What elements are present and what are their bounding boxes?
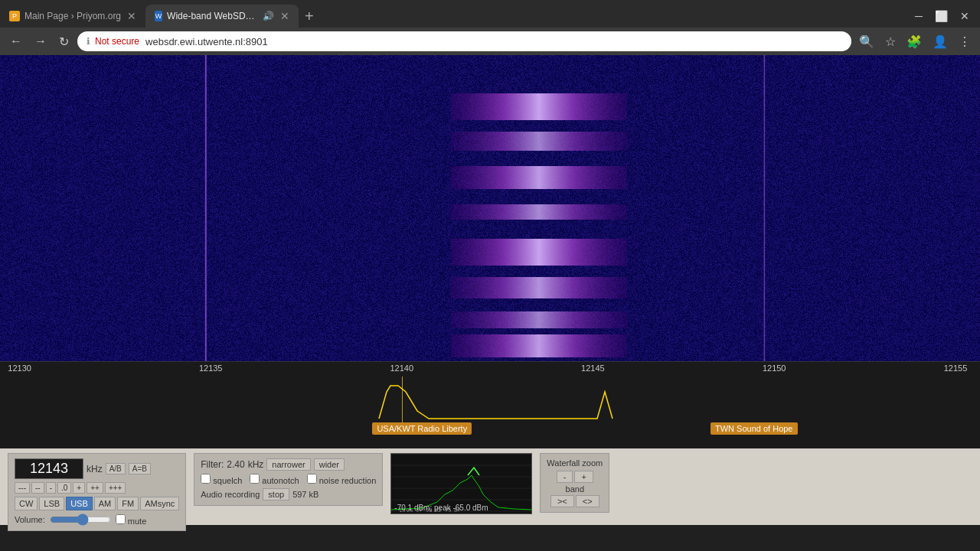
tab-2-title: Wide-band WebSDR in Ensc…: [167, 11, 258, 21]
volume-label: Volume:: [15, 515, 45, 524]
tab-controls: ─ ⬜ ✕: [910, 8, 980, 24]
spectrum-display[interactable]: -70.1 dBm; peak -65.0 dBm: [390, 453, 532, 514]
signal-label-radio-liberty: USA/KWT Radio Liberty: [372, 422, 472, 435]
mode-am[interactable]: AM: [94, 497, 116, 510]
wider-button[interactable]: wider: [314, 458, 345, 471]
forward-button[interactable]: →: [31, 33, 51, 50]
new-tab-button[interactable]: +: [299, 8, 320, 25]
ab-button[interactable]: A/B: [106, 463, 126, 474]
main-area: 12130 12135 12140 12145 12150 12155 USA/…: [0, 55, 980, 551]
close-button[interactable]: ✕: [956, 8, 974, 24]
freq-label-12135: 12135: [199, 364, 223, 373]
tab-2-close[interactable]: ✕: [280, 10, 289, 22]
freq-zero[interactable]: .0: [57, 482, 71, 494]
options-row: squelch autonotch noise reduction: [201, 474, 376, 485]
zoom-nav-buttons: >< <>: [547, 495, 603, 507]
profile-button[interactable]: 👤: [929, 33, 951, 51]
freq-label-12140: 12140: [390, 364, 414, 373]
freq-label-12150: 12150: [763, 364, 786, 373]
frequency-unit: kHz: [87, 464, 103, 474]
recording-label: Audio recording: [201, 490, 260, 499]
spectrum-info: -70.1 dBm; peak -65.0 dBm: [394, 504, 488, 512]
reload-button[interactable]: ↻: [55, 33, 73, 51]
recording-row: Audio recording stop 597 kB: [201, 488, 376, 500]
waterfall-zoom-section: Waterfall zoom - + band >< <>: [540, 453, 609, 513]
filter-value: 2.40: [227, 459, 244, 470]
frequency-input[interactable]: [15, 458, 83, 479]
restore-button[interactable]: ⬜: [930, 8, 952, 24]
autonotch-checkbox[interactable]: [250, 474, 260, 484]
noise-reduction-label: noise reduction: [307, 474, 377, 485]
tab-bar: P Main Page › Priyom.org ✕ W Wide-band W…: [0, 0, 980, 28]
filter-section: Filter: 2.40 kHz narrower wider squelch …: [194, 453, 383, 506]
filter-unit: kHz: [248, 459, 264, 470]
stop-button[interactable]: stop: [263, 488, 289, 500]
mute-checkbox[interactable]: [116, 514, 126, 524]
freq-inc-small[interactable]: +: [73, 482, 85, 494]
mute-label: mute: [116, 514, 147, 526]
zoom-buttons: - +: [547, 471, 603, 483]
signal-overlay: [0, 377, 980, 422]
frequency-display: kHz A/B A=B: [15, 458, 179, 479]
tab-1-title: Main Page › Priyom.org: [24, 11, 121, 21]
volume-slider[interactable]: [50, 514, 111, 526]
search-button[interactable]: 🔍: [856, 33, 877, 51]
security-icon: ℹ: [87, 36, 90, 47]
squelch-checkbox[interactable]: [201, 474, 211, 484]
mode-cw[interactable]: CW: [15, 497, 38, 510]
tab-1-close[interactable]: ✕: [127, 10, 136, 22]
filter-label: Filter:: [201, 459, 224, 470]
mode-buttons: CW LSB USB AM FM AMsync: [15, 497, 179, 510]
filter-curve: [0, 377, 980, 422]
tab-2-favicon: W: [155, 11, 162, 21]
controls-bar: kHz A/B A=B --- -- - .0 + ++ +++ CW LSB …: [0, 448, 980, 525]
filter-row: Filter: 2.40 kHz narrower wider: [201, 458, 376, 471]
freq-dec-large[interactable]: ---: [15, 482, 30, 494]
tab-2-mute-icon[interactable]: 🔊: [263, 11, 274, 21]
waterfall-area[interactable]: [0, 55, 980, 361]
freq-inc-med[interactable]: ++: [87, 482, 103, 494]
back-button[interactable]: ←: [6, 33, 26, 50]
narrower-button[interactable]: narrower: [266, 458, 310, 471]
squelch-label: squelch: [201, 474, 242, 485]
tab-1[interactable]: P Main Page › Priyom.org ✕: [0, 5, 145, 28]
freq-label-12130: 12130: [8, 364, 31, 373]
mode-fm[interactable]: FM: [117, 497, 139, 510]
zoom-band-label: band: [547, 484, 603, 494]
menu-button[interactable]: ⋮: [956, 33, 974, 51]
zoom-minus-button[interactable]: -: [557, 471, 573, 483]
frequency-cursor: [402, 377, 403, 422]
volume-row: Volume: mute: [15, 514, 179, 526]
waterfall-zoom-title: Waterfall zoom: [547, 458, 603, 468]
zoom-plus-button[interactable]: +: [574, 471, 593, 483]
signal-labels-area: USA/KWT Radio Liberty TWN Sound of Hope: [0, 422, 980, 448]
security-label: Not secure: [95, 36, 139, 47]
address-bar[interactable]: ℹ Not secure websdr.ewi.utwente.nl:8901: [77, 31, 851, 51]
noise-reduction-checkbox[interactable]: [307, 474, 317, 484]
freq-dec-med[interactable]: --: [31, 482, 44, 494]
frequency-section: kHz A/B A=B --- -- - .0 + ++ +++ CW LSB …: [8, 453, 186, 531]
nav-bar: ← → ↻ ℹ Not secure websdr.ewi.utwente.nl…: [0, 28, 980, 55]
mode-usb[interactable]: USB: [66, 497, 93, 510]
mode-lsb[interactable]: LSB: [39, 497, 64, 510]
minimize-button[interactable]: ─: [910, 8, 927, 24]
zoom-right-button[interactable]: <>: [576, 495, 599, 507]
freq-label-12145: 12145: [581, 364, 605, 373]
waterfall-canvas[interactable]: [0, 55, 980, 361]
tab-1-favicon: P: [9, 11, 20, 21]
browser-chrome: P Main Page › Priyom.org ✕ W Wide-band W…: [0, 0, 980, 55]
frequency-presets: --- -- - .0 + ++ +++: [15, 482, 179, 494]
bookmark-button[interactable]: ☆: [882, 33, 899, 51]
freq-dec-small[interactable]: -: [46, 482, 56, 494]
tab-2[interactable]: W Wide-band WebSDR in Ensc… 🔊 ✕: [145, 5, 299, 28]
signal-label-sound-of-hope: TWN Sound of Hope: [710, 422, 798, 435]
freq-label-12155: 12155: [944, 364, 968, 373]
address-text: websdr.ewi.utwente.nl:8901: [145, 36, 268, 47]
mode-amsync[interactable]: AMsync: [140, 497, 179, 510]
file-size: 597 kB: [292, 490, 318, 499]
frequency-axis: 12130 12135 12140 12145 12150 12155: [0, 361, 980, 377]
zoom-left-button[interactable]: ><: [550, 495, 574, 507]
ab-eq-button[interactable]: A=B: [129, 463, 151, 474]
extensions-button[interactable]: 🧩: [903, 33, 925, 51]
freq-inc-large[interactable]: +++: [105, 482, 126, 494]
